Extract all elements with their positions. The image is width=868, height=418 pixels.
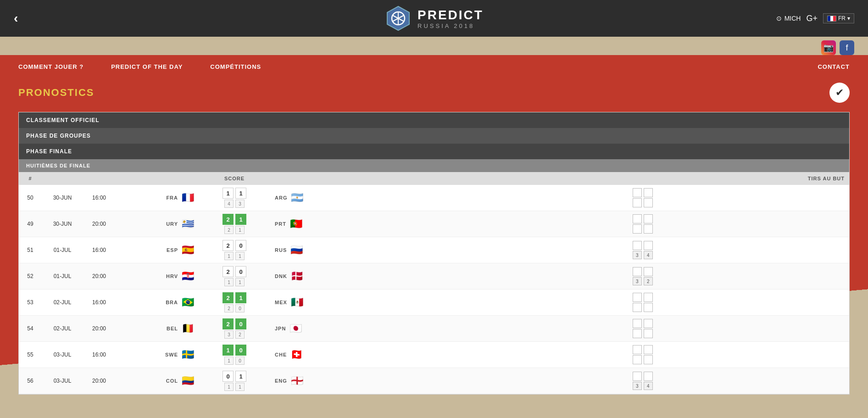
tir-checkbox[interactable] [644, 224, 653, 234]
team2-cell: DNK 🇩🇰 [271, 263, 354, 290]
team1-code: BRA [166, 300, 178, 305]
google-icon[interactable]: G+ [806, 14, 818, 23]
score-box-left[interactable]: 2 [223, 318, 234, 329]
tir-checkbox[interactable] [633, 372, 642, 381]
tir-checkbox[interactable] [644, 214, 653, 223]
score-small-left: 3 [224, 330, 234, 339]
logo-icon [384, 5, 412, 32]
score-box-left[interactable]: 2 [223, 240, 234, 251]
team1-flag: 🇧🇷 [182, 296, 194, 308]
team2-flag: 🇨🇭 [290, 349, 303, 361]
page-title: PRONOSTICS [18, 87, 94, 99]
nav-competitions[interactable]: COMPÉTITIONS [210, 63, 261, 70]
nav-predict-day[interactable]: PREDICT OF THE DAY [111, 63, 183, 70]
tir-checkbox[interactable] [633, 319, 642, 328]
table-row: 52 01-JUL 20:00 HRV 🇭🇷 2 0 1 1 [19, 263, 849, 290]
main-content: CLASSEMENT OFFICIEL PHASE DE GROUPES PHA… [0, 112, 868, 418]
tir-checkbox[interactable] [633, 224, 642, 234]
score-box-right[interactable]: 1 [235, 371, 246, 382]
score-small-right: 1 [235, 383, 245, 391]
tir-checkbox[interactable] [633, 198, 642, 207]
tir-checkbox[interactable] [644, 329, 653, 338]
score-cell: 0 1 1 1 [198, 368, 271, 394]
tir-score: 3 [633, 382, 642, 390]
facebook-icon[interactable]: f [840, 40, 854, 55]
score-box-left[interactable]: 2 [223, 266, 234, 277]
team1-flag: 🇨🇴 [182, 375, 194, 387]
score-box-left[interactable]: 2 [223, 292, 234, 303]
tir-checkbox[interactable] [633, 329, 642, 338]
score-box-right[interactable]: 0 [235, 318, 246, 329]
tir-checkbox[interactable] [644, 345, 653, 354]
content-box: CLASSEMENT OFFICIEL PHASE DE GROUPES PHA… [18, 112, 850, 395]
tir-checkbox[interactable] [644, 198, 653, 207]
tir-checkbox[interactable] [633, 267, 642, 276]
score-box-left[interactable]: 0 [223, 371, 234, 382]
match-date: 01-JUL [42, 263, 83, 290]
score-box-left[interactable]: 2 [223, 214, 234, 225]
team1-flag: 🇫🇷 [182, 192, 194, 204]
flag-fr [827, 16, 836, 22]
checkmark-button[interactable]: ✔ [829, 83, 850, 103]
tir-checkbox[interactable] [633, 188, 642, 197]
team2-code: CHE [275, 352, 287, 357]
score-box-right[interactable]: 0 [235, 266, 246, 277]
tir-checkbox[interactable] [644, 293, 653, 302]
score-box-left[interactable]: 1 [223, 188, 234, 199]
team2-code: PRT [275, 221, 286, 227]
tir-checkbox[interactable] [633, 303, 642, 312]
tir-checkbox[interactable] [644, 241, 653, 250]
match-date: 02-JUL [42, 290, 83, 316]
user-name: MICH [785, 15, 801, 22]
team1-code: COL [166, 378, 178, 384]
tir-checkbox[interactable] [633, 345, 642, 354]
score-box-right[interactable]: 1 [235, 292, 246, 303]
tirs-cell: 3 2 [440, 267, 846, 285]
tir-checkbox[interactable] [633, 293, 642, 302]
header: ‹ PREDICT RUSSIA 2018 ⊙ MICH G+ FR ▾ [0, 0, 868, 37]
language-selector[interactable]: FR ▾ [823, 13, 854, 23]
tir-checkbox[interactable] [644, 188, 653, 197]
score-small-left: 1 [224, 357, 234, 365]
nav-comment-jouer[interactable]: COMMENT JOUER ? [18, 63, 83, 70]
team2-cell: JPN 🇯🇵 [271, 316, 354, 342]
score-box-right[interactable]: 1 [235, 214, 246, 225]
tir-checkbox[interactable] [633, 241, 642, 250]
match-time: 16:00 [83, 290, 115, 316]
match-time: 16:00 [83, 342, 115, 368]
score-small-left: 1 [224, 252, 234, 260]
tir-checkbox[interactable] [633, 355, 642, 364]
phase-finale-section[interactable]: PHASE FINALE [19, 144, 849, 159]
team2-cell: ARG 🇦🇷 [271, 185, 354, 211]
tirs-cell [440, 293, 846, 312]
instagram-icon[interactable]: 📷 [821, 40, 836, 55]
score-small-right: 3 [235, 200, 245, 208]
match-num: 54 [19, 316, 42, 342]
score-box-right[interactable]: 1 [235, 188, 246, 199]
tir-checkbox[interactable] [644, 267, 653, 276]
score-small-left: 2 [224, 226, 234, 234]
match-date: 01-JUL [42, 237, 83, 263]
team2-code: ARG [275, 195, 287, 201]
score-box-left[interactable]: 1 [223, 345, 234, 356]
phase-groupes-section[interactable]: PHASE DE GROUPES [19, 128, 849, 144]
back-button[interactable]: ‹ [14, 11, 18, 26]
tir-checkbox[interactable] [644, 303, 653, 312]
score-box-right[interactable]: 0 [235, 345, 246, 356]
score-box-right[interactable]: 0 [235, 240, 246, 251]
huitiemes-section: HUITIÈMES DE FINALE [19, 159, 849, 172]
score-small-right: 1 [235, 252, 245, 260]
tir-checkbox[interactable] [644, 372, 653, 381]
classement-section[interactable]: CLASSEMENT OFFICIEL [19, 112, 849, 128]
team1-cell: HRV 🇭🇷 [115, 263, 198, 290]
tirs-cell [440, 345, 846, 364]
tir-checkbox[interactable] [644, 319, 653, 328]
team1-code: BEL [167, 326, 178, 331]
score-cell: 2 0 3 2 [198, 316, 271, 342]
score-cell: 1 1 4 3 [198, 185, 271, 211]
tir-checkbox[interactable] [633, 214, 642, 223]
tir-checkbox[interactable] [644, 355, 653, 364]
team1-code: URY [166, 221, 178, 227]
score-small-left: 4 [224, 200, 234, 208]
nav-contact[interactable]: CONTACT [818, 63, 850, 70]
